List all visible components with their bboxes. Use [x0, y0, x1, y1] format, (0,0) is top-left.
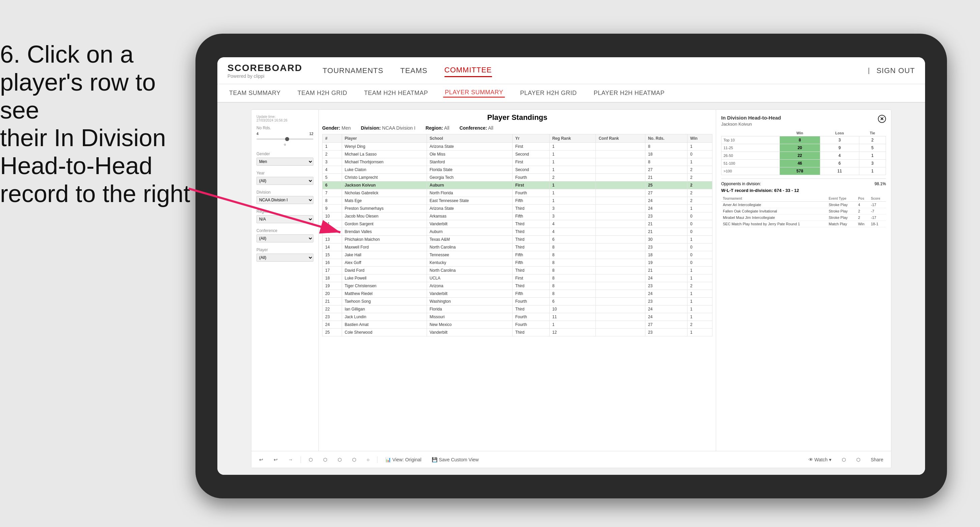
player-select[interactable]: (All) — [256, 254, 313, 262]
sign-out-link[interactable]: Sign out — [877, 65, 915, 77]
view-original-button[interactable]: 📊 View: Original — [382, 456, 424, 464]
toolbar-right: 👁 Watch ▾ ⬡ ⬡ Share — [806, 456, 886, 464]
subnav-player-h2h-heatmap[interactable]: PLAYER H2H HEATMAP — [592, 90, 666, 97]
nav-items: TOURNAMENTS TEAMS COMMITTEE — [323, 64, 492, 77]
col-conf-rank: Conf Rank — [596, 134, 645, 143]
subnav-player-summary[interactable]: PLAYER SUMMARY — [443, 89, 505, 98]
table-row[interactable]: 20 Matthew Riedel Vanderbilt Fifth 8 24 … — [323, 290, 713, 298]
table-row[interactable]: 21 Taehoon Song Washington Fourth 6 23 1 — [323, 298, 713, 305]
subnav-player-h2h-grid[interactable]: PLAYER H2H GRID — [518, 90, 578, 97]
table-row[interactable]: 15 Jake Hall Tennessee Fifth 8 18 0 — [323, 251, 713, 259]
no-rds-filter: No Rds. 4 12 ○ — [256, 125, 313, 146]
subnav-team-h2h-grid[interactable]: TEAM H2H GRID — [296, 90, 349, 97]
red-arrow-icon — [182, 178, 350, 246]
tournament-row: Fallen Oak Collegiate Invitational Strok… — [721, 208, 886, 214]
gender-select[interactable]: Men — [256, 157, 313, 166]
table-row[interactable]: 24 Bastien Amat New Mexico Fourth 1 27 2 — [323, 321, 713, 329]
gender-filter: Gender Men — [256, 152, 313, 166]
powered-by: Powered by clippi — [228, 73, 302, 79]
filter-display-row: Gender: Men Division: NCAA Division I Re… — [322, 125, 713, 131]
table-row[interactable]: 7 Nicholas Gabrelick North Florida Fourt… — [323, 189, 713, 197]
toolbar-action4[interactable]: ⬡ — [350, 456, 359, 464]
h2h-row: 26-50 22 4 1 — [722, 152, 886, 160]
table-row[interactable]: 3 Michael Thorbjornsen Stanford First 1 … — [323, 158, 713, 166]
watch-button[interactable]: 👁 Watch ▾ — [806, 456, 834, 464]
bottom-toolbar: ↩ ↩ → ⬡ ⬡ ⬡ ⬡ ○ 📊 View: Original 💾 Save … — [251, 451, 891, 468]
toolbar-icon1[interactable]: ⬡ — [839, 456, 849, 464]
main-content: Update time: 27/03/2024 16:56:26 No Rds.… — [217, 103, 925, 475]
subnav-team-summary[interactable]: TEAM SUMMARY — [228, 90, 282, 97]
table-row[interactable]: 17 David Ford North Carolina Third 8 21 … — [323, 267, 713, 275]
redo-button[interactable]: → — [285, 456, 296, 464]
undo-button[interactable]: ↩ — [256, 456, 266, 464]
toolbar-action2[interactable]: ⬡ — [320, 456, 330, 464]
table-row[interactable]: 8 Mats Ege East Tennessee State Fifth 1 … — [323, 197, 713, 205]
opponents-pct: 98.1% — [875, 181, 886, 186]
col-player: Player — [342, 134, 426, 143]
h2h-breakdown-table: Win Loss Tie Top 10 8 3 2 11-25 20 9 5 2… — [721, 130, 886, 175]
subnav: TEAM SUMMARY TEAM H2H GRID TEAM H2H HEAT… — [217, 84, 925, 103]
navbar: SCOREBOARD Powered by clippi TOURNAMENTS… — [217, 57, 925, 84]
table-row[interactable]: 13 Phichaksn Maichon Texas A&M Third 6 3… — [323, 236, 713, 243]
logo-title: SCOREBOARD — [228, 63, 302, 73]
table-row[interactable]: 23 Jack Lundin Missouri Fourth 11 24 1 — [323, 313, 713, 321]
table-row[interactable]: 9 Preston Summerhays Arizona State Third… — [323, 205, 713, 213]
col-num: # — [323, 134, 342, 143]
table-row[interactable]: 22 Ian Gilligan Florida Third 10 24 1 — [323, 305, 713, 313]
instruction-text: 6. Click on a player's row to see their … — [0, 40, 196, 208]
table-row[interactable]: 11 Gordon Sargent Vanderbilt Third 4 21 … — [323, 220, 713, 228]
table-row[interactable]: 6 Jackson Koivun Auburn First 1 25 2 — [323, 181, 713, 189]
nav-committee[interactable]: COMMITTEE — [444, 64, 492, 77]
table-row[interactable]: 1 Wenyi Ding Arizona State First 1 8 1 — [323, 143, 713, 151]
table-area: Player Standings Gender: Men Division: N… — [319, 110, 716, 451]
tournament-row: SEC Match Play hosted by Jerry Pate Roun… — [721, 221, 886, 227]
opponents-row: Opponents in division: 98.1% — [721, 178, 886, 186]
h2h-panel: In Division Head-to-Head Jackson Koivun … — [716, 110, 891, 451]
nav-pipe: | — [868, 67, 869, 75]
nav-teams[interactable]: TEAMS — [400, 65, 428, 77]
rds-slider-track — [256, 138, 313, 140]
table-row[interactable]: 4 Luke Claton Florida State Second 1 27 … — [323, 166, 713, 174]
h2h-row: >100 578 11 1 — [722, 167, 886, 175]
h2h-row: 51-100 46 6 3 — [722, 160, 886, 167]
h2h-row: 11-25 20 9 5 — [722, 144, 886, 152]
table-row[interactable]: 18 Luke Powell UCLA First 8 24 1 — [323, 275, 713, 282]
opponents-label: Opponents in division: — [721, 181, 761, 186]
h2h-player-name: Jackson Koivun — [721, 122, 781, 127]
scoreboard-logo: SCOREBOARD Powered by clippi — [228, 63, 302, 79]
table-row[interactable]: 14 Maxwell Ford North Carolina Third 8 2… — [323, 243, 713, 251]
table-row[interactable]: 16 Alex Goff Kentucky Fifth 8 19 0 — [323, 259, 713, 267]
h2h-close-button[interactable]: ✕ — [878, 115, 886, 123]
wlt-record-row: W-L-T record in-division: 674 - 33 - 12 — [721, 188, 886, 193]
table-header-row: # Player School Yr Reg Rank Conf Rank No… — [323, 134, 713, 143]
col-no-rds: No. Rds. — [645, 134, 687, 143]
toolbar-action3[interactable]: ⬡ — [335, 456, 344, 464]
tournament-row: Amer Ari Intercollegiate Stroke Play 4 -… — [721, 202, 886, 208]
subnav-team-h2h-heatmap[interactable]: TEAM H2H HEATMAP — [362, 90, 430, 97]
toolbar-circle[interactable]: ○ — [364, 456, 372, 464]
table-row[interactable]: 2 Michael La Sasso Ole Miss Second 1 18 … — [323, 151, 713, 158]
col-yr: Yr — [512, 134, 549, 143]
save-custom-view-button[interactable]: 💾 Save Custom View — [429, 456, 481, 464]
player-filter: Player (All) — [256, 248, 313, 262]
toolbar-icon2[interactable]: ⬡ — [854, 456, 863, 464]
table-row[interactable]: 19 Tiger Christensen Arizona Third 8 23 … — [323, 282, 713, 290]
toolbar-action1[interactable]: ⬡ — [306, 456, 315, 464]
undo2-button[interactable]: ↩ — [271, 456, 280, 464]
share-button[interactable]: Share — [868, 456, 886, 464]
h2h-row: Top 10 8 3 2 — [722, 137, 886, 144]
standings-area: Update time: 27/03/2024 16:56:26 No Rds.… — [251, 110, 891, 451]
table-row[interactable]: 12 Brendan Valles Auburn Third 4 21 0 — [323, 228, 713, 236]
tablet-frame: SCOREBOARD Powered by clippi TOURNAMENTS… — [196, 34, 947, 498]
nav-right: | Sign out — [868, 65, 915, 77]
col-school: School — [426, 134, 512, 143]
table-row[interactable]: 25 Cole Sherwood Vanderbilt Third 12 23 … — [323, 329, 713, 337]
tournament-row: Mirabel Maui Jim Intercollegiate Stroke … — [721, 214, 886, 221]
table-row[interactable]: 5 Christo Lamprecht Georgia Tech Fourth … — [323, 174, 713, 181]
rds-slider-thumb[interactable] — [285, 137, 289, 141]
col-win: Win — [687, 134, 712, 143]
dashboard-panel: Update time: 27/03/2024 16:56:26 No Rds.… — [251, 110, 891, 468]
h2h-title: In Division Head-to-Head — [721, 115, 781, 121]
nav-tournaments[interactable]: TOURNAMENTS — [323, 65, 383, 77]
table-row[interactable]: 10 Jacob Mou Olesen Arkansas Fifth 3 23 … — [323, 213, 713, 220]
